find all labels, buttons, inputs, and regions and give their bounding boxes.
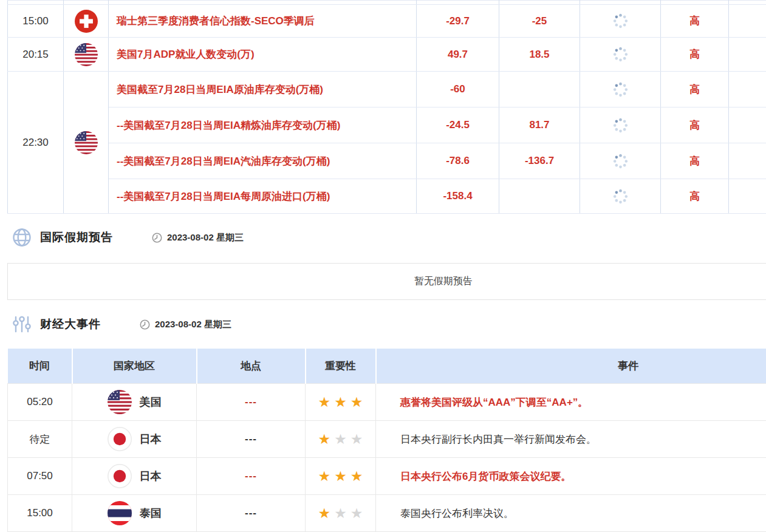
empty-cell: [729, 1, 766, 5]
thailand-flag-icon: [108, 501, 132, 525]
star-icon: ★: [334, 505, 347, 521]
pending-cell: [580, 143, 661, 179]
econ-event-row[interactable]: --美国截至7月28日当周EIA汽油库存变动(万桶) -78.6 -136.7 …: [8, 143, 766, 179]
event-time: 待定: [8, 421, 72, 458]
loading-spinner-icon: [612, 46, 629, 63]
empty-cell: [729, 143, 766, 179]
loading-spinner-icon: [612, 153, 629, 169]
event-description-link[interactable]: 日本央行副行长内田真一举行新闻发布会。: [376, 421, 766, 458]
econ-event-row[interactable]: 20:15 美国7月ADP就业人数变动(万) 49.7 18.5 高: [8, 38, 766, 72]
importance-stars: ★★★: [306, 458, 376, 495]
events-section-header: 财经大事件 2023-08-02 星期三: [12, 314, 766, 335]
star-icon: ★: [318, 431, 331, 447]
event-name-link[interactable]: --美国截至7月28日当周EIA每周原油进口(万桶): [109, 179, 417, 214]
date-label: 2023-08-02 星期三: [155, 319, 231, 330]
event-name-link[interactable]: 瑞士第三季度消费者信心指数-SECO季调后: [109, 5, 417, 38]
loading-spinner-icon: [612, 188, 629, 205]
flag-cell: [64, 72, 109, 214]
event-description-link[interactable]: 泰国央行公布利率决议。: [376, 495, 766, 532]
usa-flag-icon: [108, 390, 132, 414]
empty-cell: [499, 1, 580, 5]
event-time: 05:20: [8, 384, 72, 421]
econ-event-row[interactable]: --美国截至7月28日当周EIA每周原油进口(万桶) -158.4 高: [8, 179, 766, 214]
econ-event-row[interactable]: 15:00 瑞士第三季度消费者信心指数-SECO季调后 -29.7 -25 高: [8, 5, 766, 38]
event-row[interactable]: 05:20 美国 --- ★★★ 惠誉将美国评级从“AAA”下调至“AA+”。: [8, 384, 766, 421]
event-name-link[interactable]: --美国截至7月28日当周EIA精炼油库存变动(万桶): [109, 107, 417, 143]
section-date: 2023-08-02 星期三: [152, 232, 244, 244]
events-table: 时间 国家地区 地点 重要性 事件 05:20 美国 --- ★★★ 惠誉将美国…: [7, 349, 766, 532]
econ-event-row[interactable]: --美国截至7月28日当周EIA精炼油库存变动(万桶) -24.5 81.7 高: [8, 107, 766, 143]
star-icon: ★: [318, 505, 331, 521]
importance-badge: 高: [661, 107, 729, 143]
event-description-link[interactable]: 惠誉将美国评级从“AAA”下调至“AA+”。: [376, 384, 766, 421]
globe-icon: [12, 228, 32, 247]
header-event: 事件: [376, 349, 766, 384]
star-icon: ★: [351, 505, 363, 521]
empty-cell: [8, 1, 64, 5]
flag-cell: [64, 5, 109, 38]
section-title: 财经大事件: [40, 316, 101, 332]
location-value: ---: [197, 458, 306, 495]
country-name: 日本: [140, 432, 162, 446]
flag-cell: [64, 38, 109, 72]
japan-flag-icon: [108, 464, 132, 488]
importance-badge: 高: [661, 72, 729, 107]
country-name: 日本: [140, 469, 162, 483]
event-row[interactable]: 待定 日本 --- ★★★ 日本央行副行长内田真一举行新闻发布会。: [8, 421, 766, 458]
section-date: 2023-08-02 星期三: [140, 319, 231, 330]
holiday-empty-box: 暂无假期预告: [7, 263, 766, 300]
country-cell: 美国: [72, 384, 197, 421]
switzerland-flag-icon: [75, 10, 98, 33]
country-cell: 日本: [72, 421, 197, 458]
star-icon: ★: [351, 431, 363, 447]
empty-cell: [729, 179, 766, 214]
importance-stars: ★★★: [306, 421, 376, 458]
actual-value: -158.4: [417, 179, 499, 214]
forecast-value: -136.7: [499, 143, 580, 179]
actual-value: -60: [417, 72, 499, 107]
star-icon: ★: [318, 468, 331, 484]
event-name-link[interactable]: --美国截至7月28日当周EIA汽油库存变动(万桶): [109, 143, 417, 179]
country-cell: 泰国: [72, 495, 197, 532]
forecast-value: [499, 179, 580, 214]
economic-data-table: 15:00 瑞士第三季度消费者信心指数-SECO季调后 -29.7 -25 高 …: [7, 0, 766, 214]
pending-cell: [580, 38, 661, 72]
empty-cell: [661, 1, 729, 5]
empty-cell: [64, 1, 109, 5]
event-name-link[interactable]: 美国7月ADP就业人数变动(万): [109, 38, 417, 72]
location-value: ---: [197, 495, 306, 532]
empty-cell: [109, 1, 417, 5]
event-row[interactable]: 07:50 日本 --- ★★★ 日本央行公布6月货币政策会议纪要。: [8, 458, 766, 495]
event-time: 22:30: [8, 72, 64, 214]
japan-flag-icon: [108, 427, 132, 451]
pending-cell: [580, 72, 661, 107]
event-name-link[interactable]: 美国截至7月28日当周EIA原油库存变动(万桶): [109, 72, 417, 107]
empty-cell: [729, 72, 766, 107]
usa-flag-icon: [75, 131, 98, 154]
econ-event-row[interactable]: 22:30 美国截至7月28日当周EIA原油库存变动(万桶) -60 高: [8, 72, 766, 107]
actual-value: -29.7: [417, 5, 499, 38]
importance-badge: 高: [661, 5, 729, 38]
event-time: 15:00: [8, 495, 72, 532]
star-icon: ★: [334, 431, 347, 447]
actual-value: -78.6: [417, 143, 499, 179]
econ-row-partial: [8, 1, 766, 5]
event-row[interactable]: 15:00 泰国 --- ★★★ 泰国央行公布利率决议。: [8, 495, 766, 532]
forecast-value: 81.7: [499, 107, 580, 143]
country-name: 美国: [140, 395, 162, 409]
importance-badge: 高: [661, 38, 729, 72]
star-icon: ★: [351, 394, 363, 410]
country-name: 泰国: [140, 506, 162, 520]
empty-cell: [580, 1, 661, 5]
events-table-header-row: 时间 国家地区 地点 重要性 事件: [8, 349, 766, 384]
clock-icon: [140, 319, 150, 330]
header-location: 地点: [197, 349, 306, 384]
holiday-section-header: 国际假期预告 2023-08-02 星期三: [12, 227, 766, 248]
event-description-link[interactable]: 日本央行公布6月货币政策会议纪要。: [376, 458, 766, 495]
sliders-icon: [12, 315, 32, 334]
empty-cell: [729, 38, 766, 72]
loading-spinner-icon: [612, 81, 629, 98]
event-time: 07:50: [8, 458, 72, 495]
empty-cell: [729, 107, 766, 143]
location-value: ---: [197, 384, 306, 421]
